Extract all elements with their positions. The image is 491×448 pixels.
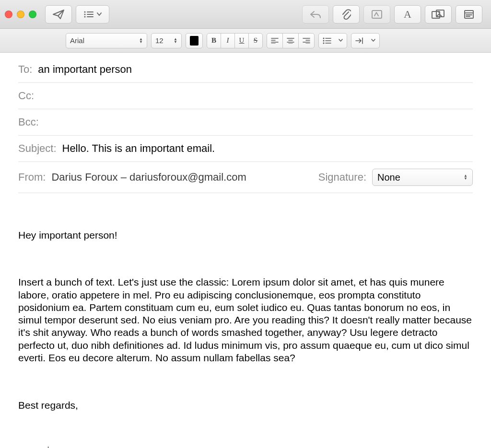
paperclip-icon bbox=[341, 9, 351, 20]
svg-point-14 bbox=[323, 37, 325, 39]
chevron-down-icon bbox=[339, 39, 343, 42]
strikethrough-button[interactable]: S bbox=[248, 33, 263, 48]
from-value-container: Darius Foroux – dariusforoux@gmail.com bbox=[51, 171, 308, 184]
svg-point-18 bbox=[323, 42, 325, 44]
align-left-icon bbox=[271, 38, 279, 44]
font-size-select[interactable]: 12 ▲▼ bbox=[151, 33, 182, 48]
italic-button[interactable]: I bbox=[221, 33, 235, 48]
svg-point-2 bbox=[84, 13, 85, 15]
lists-button[interactable] bbox=[318, 33, 347, 48]
chevron-down-icon bbox=[97, 12, 102, 16]
svg-point-16 bbox=[323, 40, 325, 41]
chevron-down-icon bbox=[371, 39, 375, 42]
align-center-icon bbox=[287, 38, 294, 44]
titlebar: A bbox=[0, 0, 491, 29]
reply-button[interactable] bbox=[302, 5, 329, 23]
indent-icon bbox=[355, 37, 365, 44]
svg-point-4 bbox=[84, 16, 85, 17]
body-greeting: Hey important person! bbox=[18, 229, 473, 241]
from-label: From: bbox=[18, 171, 46, 184]
subject-row: Subject: Hello. This is an important ema… bbox=[18, 136, 473, 162]
markup-icon bbox=[371, 10, 383, 19]
cc-row: Cc: bbox=[18, 83, 473, 109]
subject-label: Subject: bbox=[18, 142, 57, 155]
color-swatch-icon bbox=[190, 36, 199, 46]
body-signature-name: Darius bbox=[18, 446, 473, 448]
font-family-value: Arial bbox=[70, 36, 84, 45]
photos-icon bbox=[432, 10, 445, 19]
format-bar: Arial ▲▼ 12 ▲▼ B I U S bbox=[0, 29, 491, 53]
text-style-group: B I U S bbox=[207, 33, 263, 48]
markup-button[interactable] bbox=[363, 5, 390, 23]
underline-button[interactable]: U bbox=[234, 33, 249, 48]
bcc-row: Bcc: bbox=[18, 109, 473, 136]
subject-field[interactable]: Hello. This is an important email. bbox=[62, 142, 473, 155]
stationery-icon bbox=[464, 10, 474, 19]
to-field[interactable]: an important person bbox=[38, 63, 473, 76]
letter-a-icon: A bbox=[404, 8, 411, 21]
indent-button[interactable] bbox=[351, 33, 380, 48]
message-body[interactable]: Hey important person! Insert a bunch of … bbox=[0, 193, 491, 448]
signature-label: Signature: bbox=[318, 171, 366, 184]
alignment-group bbox=[267, 33, 315, 48]
close-window-button[interactable] bbox=[5, 11, 12, 18]
from-account[interactable]: Darius Foroux – dariusforoux@gmail.com bbox=[51, 171, 246, 184]
align-right-button[interactable] bbox=[298, 33, 315, 48]
to-label: To: bbox=[18, 63, 32, 76]
from-row: From: Darius Foroux – dariusforoux@gmail… bbox=[18, 162, 473, 193]
paper-plane-icon bbox=[52, 9, 65, 20]
attach-button[interactable] bbox=[333, 5, 360, 23]
text-color-button[interactable] bbox=[186, 33, 203, 48]
zoom-window-button[interactable] bbox=[29, 11, 36, 18]
body-closing: Best regards, bbox=[18, 399, 473, 412]
list-icon bbox=[83, 11, 94, 18]
minimize-window-button[interactable] bbox=[17, 11, 24, 18]
align-left-button[interactable] bbox=[267, 33, 283, 48]
send-button[interactable] bbox=[45, 5, 72, 23]
signature-value: None bbox=[377, 172, 400, 183]
bold-button[interactable]: B bbox=[207, 33, 221, 48]
font-size-value: 12 bbox=[155, 36, 164, 45]
bcc-label: Bcc: bbox=[18, 116, 39, 128]
to-row: To: an important person bbox=[18, 57, 473, 83]
svg-point-0 bbox=[84, 11, 85, 12]
svg-point-9 bbox=[438, 11, 440, 12]
photo-browser-button[interactable] bbox=[425, 5, 452, 23]
header-fields: To: an important person Cc: Bcc: Subject… bbox=[0, 53, 491, 193]
body-paragraph: Insert a bunch of text. Let's just use t… bbox=[18, 276, 473, 364]
stepper-icon: ▲▼ bbox=[464, 174, 468, 180]
format-button[interactable]: A bbox=[394, 5, 421, 23]
cc-label: Cc: bbox=[18, 90, 34, 102]
stepper-icon: ▲▼ bbox=[139, 38, 143, 44]
window-controls bbox=[5, 11, 36, 18]
align-center-button[interactable] bbox=[282, 33, 299, 48]
reply-arrow-icon bbox=[310, 10, 321, 19]
bullet-list-icon bbox=[323, 37, 331, 44]
signature-select[interactable]: None ▲▼ bbox=[372, 169, 473, 186]
align-right-icon bbox=[303, 38, 310, 44]
stationery-button[interactable] bbox=[456, 5, 482, 23]
stepper-icon: ▲▼ bbox=[174, 38, 177, 44]
font-family-select[interactable]: Arial ▲▼ bbox=[66, 33, 147, 48]
svg-rect-6 bbox=[372, 11, 382, 18]
header-fields-button[interactable] bbox=[76, 5, 109, 23]
